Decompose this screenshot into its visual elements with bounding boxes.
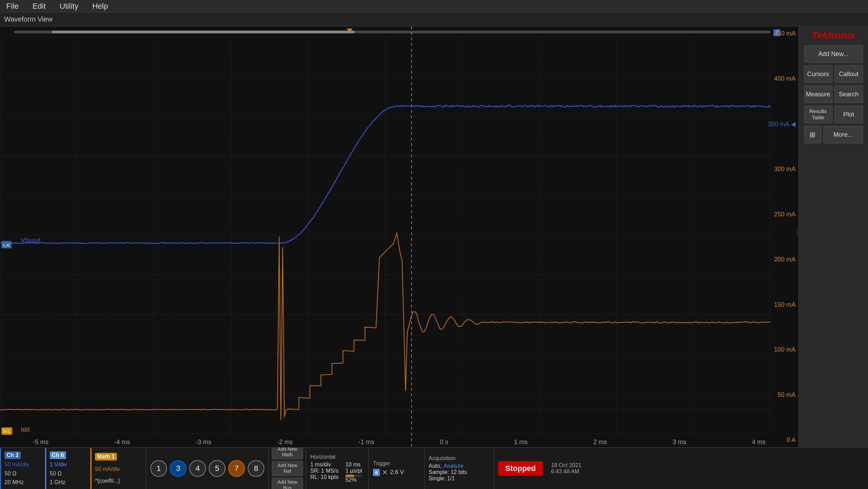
titlebar: Waveform View — [0, 13, 868, 26]
right-panel: Tektronix Add New... Cursors Callout Mea… — [798, 26, 868, 447]
add-buttons-group: Add New Math Add New Ref Add New Bus — [269, 448, 306, 489]
x-label-3: -2 ms — [277, 439, 293, 446]
trigger-x-symbol: ✕ — [382, 468, 388, 476]
results-table-button[interactable]: ResultsTable — [804, 106, 833, 123]
x-label-6: 1 ms — [514, 439, 527, 446]
ch-btn-8[interactable]: 8 — [248, 460, 264, 477]
ch-btn-5[interactable]: 5 — [209, 460, 225, 477]
trigger-ch-badge[interactable]: 6 — [373, 469, 380, 476]
ch6-val2: 50 Ω — [50, 471, 87, 477]
add-new-button[interactable]: Add New... — [804, 45, 863, 63]
ch6-val3: 1 GHz — [50, 479, 87, 486]
menu-file[interactable]: File — [3, 0, 22, 12]
horizontal-title: Horizontal — [310, 454, 364, 460]
grid-icon-button[interactable]: ⊞ — [804, 126, 821, 143]
horizontal-progress: 52% — [345, 477, 362, 483]
icon-more-row: ⊞ More... — [804, 126, 863, 143]
measure-search-row: Measure Search — [804, 86, 863, 103]
trigger-voltage[interactable]: 2.6 V — [390, 469, 404, 476]
x-label-7: 2 ms — [593, 439, 607, 446]
trigger-section: Trigger 6 ✕ 2.6 V — [369, 448, 424, 489]
bottom-bar: Ch 2 50 mA/div 50 Ω 20 MHz Ch 6 1 V/div … — [0, 447, 868, 489]
menu-help[interactable]: Help — [89, 0, 111, 12]
tektronix-logo: Tektronix — [812, 30, 855, 41]
measure-button[interactable]: Measure — [804, 86, 833, 103]
datetime-section: 18 Oct 2021 6:43:48 AM — [547, 448, 586, 489]
search-button[interactable]: Search — [835, 86, 863, 103]
acquisition-section: Acquisition Auto, Analyze Sample: 12 bit… — [424, 448, 494, 489]
x-label-2: -3 ms — [196, 439, 211, 446]
cursors-button[interactable]: Cursors — [804, 65, 833, 83]
ch2-val2: 50 Ω — [5, 471, 41, 477]
ch-btn-1[interactable]: 1 — [150, 460, 167, 477]
x-label-5: 0 s — [440, 439, 448, 446]
math1-badge: Math 1 — [95, 453, 117, 460]
results-plot-row: ResultsTable Plot — [804, 106, 863, 123]
more-button[interactable]: More... — [823, 126, 863, 143]
plot-button[interactable]: Plot — [835, 106, 863, 123]
waveform-area: T C6 M1 Vbsout Idd ⋮ 450 mA 400 mA 350 m… — [0, 26, 798, 447]
horizontal-msdiv[interactable]: 1 ms/div — [310, 462, 339, 468]
math1-box[interactable]: Math 1 50 mA/div ^[coeffil...] — [90, 448, 146, 489]
callout-button[interactable]: Callout — [835, 65, 863, 83]
acq-single: Single: 1/1 — [429, 475, 489, 482]
horizontal-ms[interactable]: 10 ms — [345, 462, 362, 468]
stopped-button[interactable]: Stopped — [498, 461, 543, 476]
ch2-box[interactable]: Ch 2 50 mA/div 50 Ω 20 MHz — [0, 448, 45, 489]
menu-edit[interactable]: Edit — [29, 0, 49, 12]
horizontal-sr[interactable]: SR: 1 MS/s — [310, 468, 339, 474]
x-label-8: 3 ms — [672, 439, 686, 446]
x-label-0: -5 ms — [33, 439, 48, 446]
channel-buttons-group: 1 3 4 5 7 8 — [146, 448, 269, 489]
ch-btn-3[interactable]: 3 — [170, 460, 186, 477]
ch6-badge: Ch 6 — [50, 451, 66, 459]
ch6-val1: 1 V/div — [50, 462, 87, 468]
acq-analyze[interactable]: Analyze — [444, 463, 463, 469]
ch2-val1: 50 mA/div — [5, 462, 41, 468]
ch2-val3: 20 MHz — [5, 479, 41, 486]
trigger-title: Trigger — [373, 460, 420, 467]
add-new-ref-button[interactable]: Add New Ref — [272, 461, 303, 476]
ch-btn-4[interactable]: 4 — [189, 460, 206, 477]
time-display: 6:43:48 AM — [551, 468, 581, 475]
x-axis: -5 ms -4 ms -3 ms -2 ms -1 ms 0 s 1 ms 2… — [0, 437, 798, 447]
main-area: T C6 M1 Vbsout Idd ⋮ 450 mA 400 mA 350 m… — [0, 26, 868, 447]
acq-sample: Sample: 12 bits — [429, 469, 489, 475]
math1-val2: ^[coeffil...] — [95, 478, 142, 484]
ch6-box[interactable]: Ch 6 1 V/div 50 Ω 1 GHz — [45, 448, 90, 489]
cursors-callout-row: Cursors Callout — [804, 65, 863, 83]
horizontal-section: Horizontal 1 ms/div SR: 1 MS/s RL: 10 kp… — [306, 448, 369, 489]
ch-btn-7[interactable]: 7 — [228, 460, 245, 477]
acq-mode[interactable]: Auto, — [429, 463, 441, 469]
horizontal-rl[interactable]: RL: 10 kpts — [310, 474, 339, 480]
waveform-canvas — [0, 26, 798, 447]
add-new-bus-button[interactable]: Add New Bus — [272, 478, 303, 489]
menu-utility[interactable]: Utility — [56, 0, 82, 12]
x-label-4: -1 ms — [358, 439, 374, 446]
horizontal-uspt[interactable]: 1 µs/pt — [345, 468, 362, 474]
math1-val1: 50 mA/div — [95, 466, 142, 472]
ch2-badge: Ch 2 — [5, 451, 21, 459]
waveform-view-title: Waveform View — [4, 15, 53, 23]
x-label-1: -4 ms — [114, 439, 130, 446]
menubar: File Edit Utility Help — [0, 0, 868, 13]
x-label-9: 4 ms — [752, 439, 765, 446]
acquisition-title: Acquisition — [429, 455, 489, 462]
date-display: 18 Oct 2021 — [551, 462, 581, 468]
